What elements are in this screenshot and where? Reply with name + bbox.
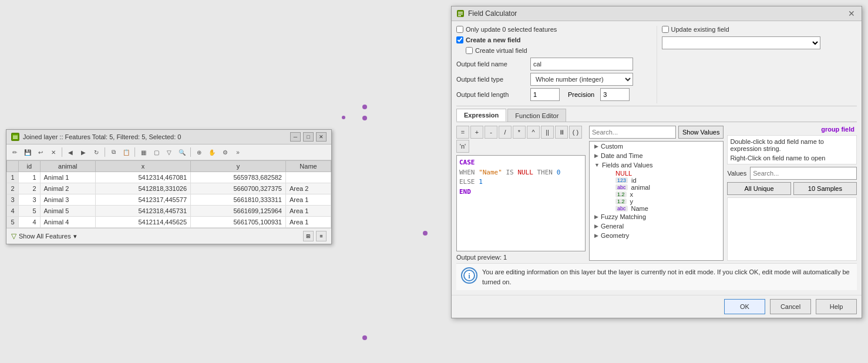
- pan-button[interactable]: ✋: [206, 146, 218, 158]
- cell-name: Area 1: [286, 194, 331, 206]
- tree-arrow-custom: ▶: [594, 143, 598, 149]
- tree-child-name[interactable]: abc Name: [590, 205, 723, 212]
- svg-rect-3: [13, 138, 18, 139]
- all-unique-button[interactable]: All Unique: [727, 182, 790, 195]
- op-newline[interactable]: 'n': [456, 140, 469, 153]
- delete-button[interactable]: ✕: [48, 146, 59, 158]
- tree-item-custom[interactable]: ▶ Custom: [590, 142, 723, 151]
- attr-window-title: Joined layer :: Features Total: 5, Filte…: [23, 133, 181, 140]
- tree-item-fuzzy[interactable]: ▶ Fuzzy Matching: [590, 212, 723, 221]
- back-button[interactable]: ◀: [65, 146, 76, 158]
- op-parens[interactable]: ( ): [569, 126, 582, 139]
- tab-function-editor[interactable]: Function Editor: [507, 109, 566, 122]
- update-existing-label[interactable]: Update existing field: [662, 26, 729, 33]
- attr-maximize-button[interactable]: □: [303, 132, 314, 142]
- tree-item-general[interactable]: ▶ General: [590, 221, 723, 231]
- sep3: [134, 147, 135, 157]
- filter-button[interactable]: ▽: [163, 146, 175, 158]
- undo-button[interactable]: ↩: [35, 146, 46, 158]
- tree-item-geometry[interactable]: ▶ Geometry: [590, 231, 723, 240]
- op-equals[interactable]: =: [456, 126, 469, 139]
- col-header-y[interactable]: y: [191, 161, 286, 172]
- tree-child-id[interactable]: 123 id: [590, 177, 723, 184]
- deselect-button[interactable]: ▢: [150, 146, 162, 158]
- show-all-features-button[interactable]: ▽ Show All Features ▾: [11, 232, 77, 240]
- info-text: You are editing information on this laye…: [482, 267, 852, 287]
- cancel-button[interactable]: Cancel: [770, 299, 811, 314]
- form-view-button[interactable]: ≡: [316, 231, 327, 241]
- tree-item-fields[interactable]: ▼ Fields and Values: [590, 160, 723, 170]
- function-tree: ▶ Custom ▶ Date and Time ▼ Fields and Va…: [589, 141, 724, 261]
- tree-child-x[interactable]: 1.2 x: [590, 191, 723, 198]
- tree-child-y[interactable]: 1.2 y: [590, 198, 723, 205]
- cell-id: 2: [19, 183, 41, 194]
- forward-button[interactable]: ▶: [78, 146, 89, 158]
- tree-child-null[interactable]: NULL: [590, 170, 723, 177]
- reload-button[interactable]: ↻: [90, 146, 102, 158]
- op-multiply[interactable]: *: [513, 126, 526, 139]
- edit-button[interactable]: ✏: [9, 146, 21, 158]
- tree-arrow-fields: ▼: [594, 162, 600, 168]
- select-button[interactable]: ▦: [137, 146, 149, 158]
- calc-close-button[interactable]: ✕: [846, 9, 857, 18]
- update-existing-select[interactable]: [662, 36, 820, 49]
- output-field-length-row: Output field length Precision: [456, 88, 652, 101]
- create-virtual-label: Create virtual field: [475, 47, 527, 54]
- attr-close-button[interactable]: ✕: [316, 132, 327, 142]
- ok-button[interactable]: OK: [724, 299, 765, 314]
- calc-titlebar: Field Calculator ✕: [452, 6, 862, 21]
- zoom-button[interactable]: ⊕: [193, 146, 205, 158]
- update-existing-checkbox[interactable]: [662, 26, 669, 33]
- attr-minimize-button[interactable]: ─: [290, 132, 301, 142]
- create-new-checkbox[interactable]: [456, 36, 463, 43]
- col-header-animal[interactable]: animal: [40, 161, 96, 172]
- output-field-name-input[interactable]: [530, 58, 633, 70]
- search-button[interactable]: 🔍: [176, 146, 188, 158]
- create-virtual-checkbox[interactable]: [466, 47, 473, 54]
- grid-view-button[interactable]: ⊞: [303, 231, 314, 241]
- output-field-type-select[interactable]: Whole number (integer): [530, 73, 633, 86]
- more-button[interactable]: »: [232, 146, 244, 158]
- col-header-name[interactable]: Name: [286, 161, 331, 172]
- attr-titlebar-left: Joined layer :: Features Total: 5, Filte…: [11, 133, 181, 141]
- sep2: [105, 147, 105, 157]
- cell-id: 4: [19, 217, 41, 228]
- ten-samples-button[interactable]: 10 Samples: [793, 182, 857, 195]
- attr-titlebar: Joined layer :: Features Total: 5, Filte…: [6, 130, 331, 144]
- help-button[interactable]: Help: [816, 299, 857, 314]
- tree-label-geometry: Geometry: [601, 232, 629, 239]
- tree-item-datetime[interactable]: ▶ Date and Time: [590, 151, 723, 160]
- only-update-checkbox-label[interactable]: Only update 0 selected features: [456, 26, 557, 33]
- values-search-input[interactable]: [750, 167, 857, 180]
- col-header-x[interactable]: x: [96, 161, 191, 172]
- cell-y: 5661705,100931: [191, 217, 286, 228]
- show-values-button[interactable]: Show Values: [678, 126, 724, 139]
- expression-editor[interactable]: CASEWHEN "Name" IS NULL THEN 0ELSE 1END: [456, 155, 586, 251]
- op-concat[interactable]: ||: [541, 126, 554, 139]
- create-virtual-checkbox-label[interactable]: Create virtual field: [456, 47, 527, 54]
- paste-button[interactable]: 📋: [120, 146, 132, 158]
- cell-x: 5412318,445731: [96, 206, 191, 217]
- output-field-name-label: Output field name: [456, 60, 527, 68]
- tab-expression[interactable]: Expression: [456, 109, 506, 122]
- op-plus[interactable]: +: [470, 126, 483, 139]
- tree-child-animal[interactable]: abc animal: [590, 184, 723, 191]
- function-search-input[interactable]: [589, 126, 676, 139]
- create-new-checkbox-label[interactable]: Create a new field: [456, 36, 521, 43]
- col-header-id[interactable]: id: [19, 161, 41, 172]
- actions-button[interactable]: ⚙: [219, 146, 231, 158]
- values-row: Values: [727, 167, 857, 180]
- op-divide[interactable]: /: [499, 126, 512, 139]
- table-row: 1 1 Animal 1 5412314,467081 5659783,6825…: [7, 172, 331, 183]
- only-update-checkbox[interactable]: [456, 26, 463, 33]
- op-minus[interactable]: -: [485, 126, 497, 139]
- save-button[interactable]: 💾: [22, 146, 33, 158]
- output-field-length-input[interactable]: [530, 88, 560, 101]
- tree-arrow-fuzzy: ▶: [594, 214, 598, 220]
- cell-animal: Animal 2: [40, 183, 96, 194]
- op-pause[interactable]: ⏸: [555, 126, 568, 139]
- op-caret[interactable]: ^: [527, 126, 540, 139]
- values-buttons-row: All Unique 10 Samples: [727, 182, 857, 195]
- copy-button[interactable]: ⧉: [107, 146, 119, 158]
- precision-input[interactable]: [600, 88, 630, 101]
